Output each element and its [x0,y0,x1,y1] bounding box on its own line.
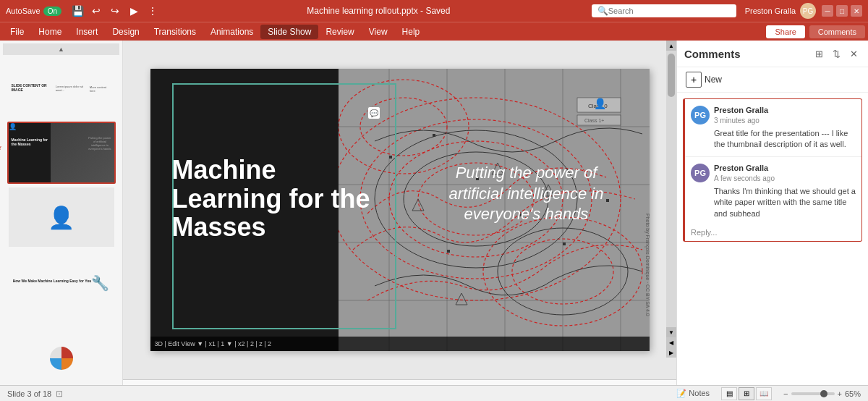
search-input[interactable] [608,7,724,15]
reply-meta: PG Preston Gralla A few seconds ago [691,163,856,183]
comment-time: 3 minutes ago [714,117,760,124]
sort-icon[interactable]: ⇅ [829,46,843,61]
more-icon[interactable]: ⋮ [145,4,160,18]
star-icon: ★ [0,143,2,151]
slide-thumbnail-6[interactable]: 6 [7,315,116,377]
menu-help[interactable]: Help [395,25,427,39]
slide-main-title: Machine Learning for the Masses [172,156,375,242]
comments-button[interactable]: Comments [809,25,865,38]
chart-icon [47,344,76,373]
close-comments-icon[interactable]: ✕ [846,46,861,61]
scroll-left-arrow[interactable]: ◀ [666,337,676,347]
comment-author: Preston Gralla [714,106,768,114]
vertical-scrollbar[interactable]: ▲ ▼ ◀ ▶ [666,41,676,358]
menu-review[interactable]: Review [318,25,361,39]
autosave-toggle[interactable]: On [43,7,61,16]
menu-transitions[interactable]: Transitions [147,25,203,39]
scroll-right-arrow[interactable]: ▶ [666,347,676,358]
svg-rect-23 [433,134,435,137]
comment-thread: PG Preston Gralla 3 minutes ago Great ti… [683,98,862,242]
zoom-thumb[interactable] [820,390,827,397]
menu-home[interactable]: Home [31,25,69,39]
svg-rect-22 [389,156,392,159]
close-button[interactable]: ✕ [851,5,862,17]
slide-thumbnail-2[interactable]: 2 SLIDE CONTENT OR IMAGE Lorem ipsum dol… [7,57,116,119]
menu-slideshow[interactable]: Slide Show [260,25,318,39]
present-icon[interactable]: ▶ [127,4,141,18]
zoom-area: − + 65% [783,389,861,398]
search-box[interactable]: 🔍 [592,4,736,17]
slide-container[interactable]: ▲ ▼ ◀ ▶ [123,41,676,379]
slide-panel: ▲ 2 SLIDE CONTENT OR IMAGE Lorem ipsum d… [0,41,123,401]
scroll-track [666,51,676,327]
slide-sorter-btn[interactable]: ⊞ [739,387,754,400]
slide-preview: 👤 [9,187,114,247]
notes-status-btn[interactable]: 📝 Notes [676,389,710,398]
zoom-in-icon[interactable]: + [838,389,842,398]
comments-title: Comments [684,48,812,60]
undo-icon[interactable]: ↩ [89,4,103,18]
zoom-level: 65% [845,389,861,398]
person-indicator: 👤 [594,98,606,109]
share-button[interactable]: Share [766,25,804,38]
slide-preview [9,316,114,376]
slide-scroll-up[interactable]: ▲ [3,43,119,55]
menu-design[interactable]: Design [105,25,146,39]
slide-title-area: Machine Learning for the Masses [172,156,375,242]
user-area: Preston Gralla PG [745,3,816,19]
reply-time: A few seconds ago [714,174,775,182]
zoom-out-icon[interactable]: − [783,389,788,398]
comments-list: PG Preston Gralla 3 minutes ago Great ti… [677,93,868,401]
person-icon: 👤 [9,123,17,130]
commenter-avatar: PG [691,106,710,124]
zoom-slider[interactable] [791,392,835,395]
slide-preview: How We Make Machine Learning Easy for Yo… [9,252,114,311]
user-name: Preston Gralla [745,7,796,15]
svg-rect-28 [606,199,609,202]
slide-inner: Machine Learning forthe Masses Putting t… [7,122,116,184]
maximize-button[interactable]: □ [836,5,848,17]
fit-icon[interactable]: ⊡ [56,389,63,399]
slide-thumbnail-5[interactable]: 5 How We Make Machine Learning Easy for … [7,250,116,313]
main-area: ▲ 2 SLIDE CONTENT OR IMAGE Lorem ipsum d… [0,41,868,401]
menu-view[interactable]: View [362,25,395,39]
menu-file[interactable]: File [3,25,31,39]
redo-icon[interactable]: ↪ [108,4,122,18]
comments-header: Comments ⊞ ⇅ ✕ [677,41,868,67]
scroll-down-arrow[interactable]: ▼ [666,327,676,337]
menu-insert[interactable]: Insert [69,25,105,39]
slide-thumbnail-3[interactable]: 3 ★ Machine Learning forthe Masses Putti… [7,122,116,184]
title-bar: AutoSave On 💾 ↩ ↪ ▶ ⋮ Machine learning r… [0,0,868,22]
slide-inner: SLIDE CONTENT OR IMAGE Lorem ipsum dolor… [7,57,116,119]
svg-text:Class 1+: Class 1+ [584,118,604,123]
save-icon[interactable]: 💾 [70,4,85,18]
slide-inner: How We Make Machine Learning Easy for Yo… [7,250,116,313]
reply-text: Thanks I'm thinking that we should get a… [691,186,856,219]
slide-toolbar: 3D | Edit View ▼ | x1 | 1 ▼ | x2 | 2 | z… [150,337,650,351]
scroll-thumb[interactable] [668,54,675,97]
slide-canvas[interactable]: Photo by François-Dominique · CC BY-SA 4… [150,69,650,351]
menu-animations[interactable]: Animations [203,25,260,39]
minimize-button[interactable]: ─ [822,5,833,17]
new-comment-button[interactable]: + New [677,67,868,93]
scroll-up-arrow[interactable]: ▲ [666,41,676,51]
reading-view-btn[interactable]: 📖 [756,387,772,400]
normal-view-btn[interactable]: ▤ [721,387,737,400]
comment-pin[interactable]: 💬 [367,106,380,119]
menu-bar: File Home Insert Design Transitions Anim… [0,22,868,41]
reply-avatar: PG [691,164,710,182]
slide-inner: 👤 [7,186,116,248]
reply-author: Preston Gralla [714,164,768,172]
slide-inner [7,315,116,377]
reply-input[interactable]: Reply... [685,225,861,241]
filter-icon[interactable]: ⊞ [812,46,826,61]
quick-access-toolbar: 💾 ↩ ↪ ▶ ⋮ [70,4,160,18]
slide-subtitle: Putting the power of artificial intellig… [449,164,604,223]
svg-rect-26 [563,242,566,245]
file-title: Machine learning rollout.pptx - Saved [166,6,592,16]
slide-thumbnail-4[interactable]: 4 👤 [7,186,116,248]
search-icon: 🔍 [597,6,608,16]
window-controls: ─ □ ✕ [822,5,862,17]
slide-indicator: Slide 3 of 18 [7,389,51,398]
comment-meta: PG Preston Gralla 3 minutes ago [691,105,856,125]
